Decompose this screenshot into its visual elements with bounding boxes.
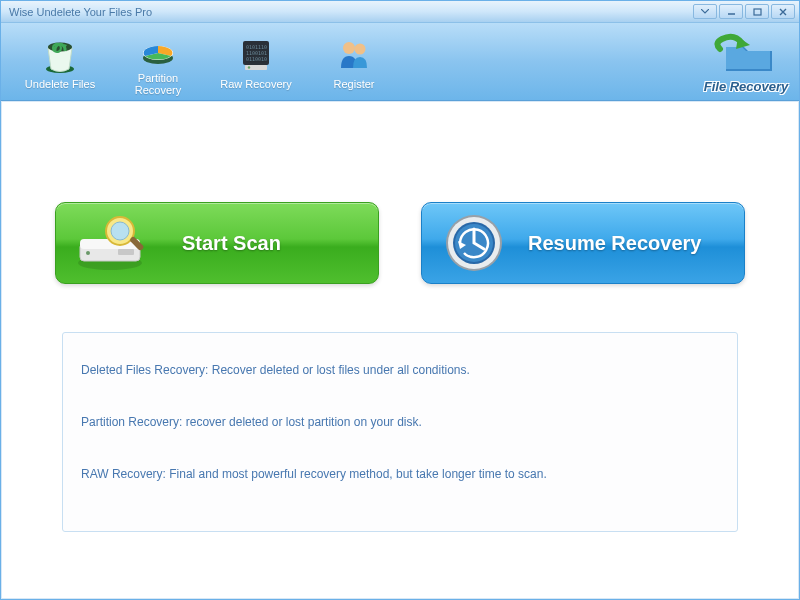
info-box: Deleted Files Recovery: Recover deleted … xyxy=(62,332,738,532)
start-scan-label: Start Scan xyxy=(182,232,281,255)
info-line-partition: Partition Recovery: recover deleted or l… xyxy=(81,415,719,429)
users-icon xyxy=(305,34,403,76)
resume-recovery-button[interactable]: Resume Recovery xyxy=(421,202,745,284)
action-buttons: Start Scan Resume Recovery xyxy=(2,202,798,284)
brand-logo: File Recovery xyxy=(701,29,791,95)
toolbar-register[interactable]: Register xyxy=(305,34,403,90)
window-title: Wise Undelete Your Files Pro xyxy=(5,6,693,18)
clock-restore-icon xyxy=(440,209,508,277)
minimize-button[interactable] xyxy=(719,4,743,19)
window-controls xyxy=(693,4,795,19)
toolbar-undelete-files[interactable]: Undelete Files xyxy=(11,34,109,90)
toolbar-raw-recovery[interactable]: 0101110 1100101 0110010 Raw Recovery xyxy=(207,34,305,90)
folder-arrow-icon xyxy=(712,31,780,75)
svg-rect-1 xyxy=(754,9,761,15)
drive-magnifier-icon xyxy=(74,213,162,273)
svg-point-13 xyxy=(355,43,366,54)
start-scan-button[interactable]: Start Scan xyxy=(55,202,379,284)
svg-point-17 xyxy=(86,251,90,255)
toolbar-label: Register xyxy=(305,78,403,90)
pie-chart-icon xyxy=(109,28,207,70)
svg-text:0110010: 0110010 xyxy=(246,56,267,62)
toolbar-label: Undelete Files xyxy=(11,78,109,90)
svg-point-20 xyxy=(111,222,129,240)
info-line-raw: RAW Recovery: Final and most powerful re… xyxy=(81,467,719,481)
maximize-button[interactable] xyxy=(745,4,769,19)
svg-point-12 xyxy=(343,42,355,54)
toolbar-label: Raw Recovery xyxy=(207,78,305,90)
main-panel: Start Scan Resume Recovery Deleted Files… xyxy=(1,101,799,599)
titlebar: Wise Undelete Your Files Pro xyxy=(1,1,799,23)
svg-point-11 xyxy=(248,66,250,68)
brand-text: File Recovery xyxy=(704,79,789,94)
toolbar-partition-recovery[interactable]: Partition Recovery xyxy=(109,28,207,96)
trash-icon xyxy=(11,34,109,76)
toolbar-label: Partition Recovery xyxy=(109,72,207,96)
info-line-deleted: Deleted Files Recovery: Recover deleted … xyxy=(81,363,719,377)
svg-rect-18 xyxy=(118,249,134,255)
toolbar: Undelete Files Partition Recovery 010111… xyxy=(1,23,799,101)
resume-recovery-label: Resume Recovery xyxy=(528,232,701,255)
binary-drive-icon: 0101110 1100101 0110010 xyxy=(207,34,305,76)
caret-button[interactable] xyxy=(693,4,717,19)
close-button[interactable] xyxy=(771,4,795,19)
